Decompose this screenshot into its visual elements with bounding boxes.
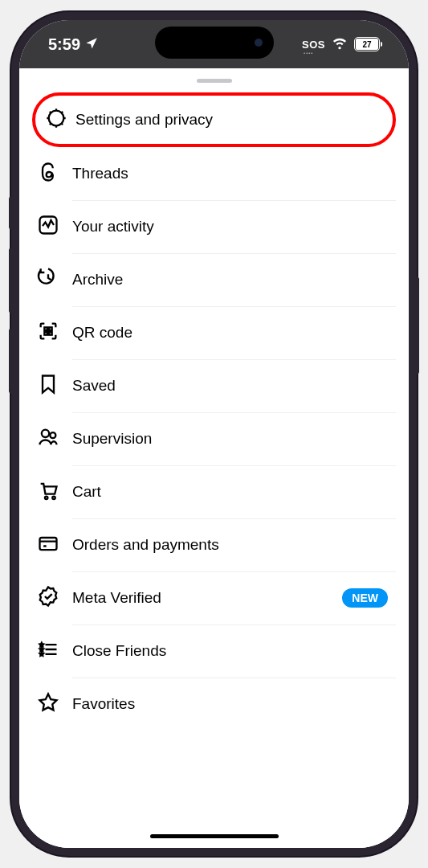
physical-button [9,248,11,313]
menu-label: Your activity [72,218,154,235]
svg-point-7 [50,432,55,438]
menu-label: Orders and payments [72,536,219,554]
menu-item-cart[interactable]: Cart [32,465,396,518]
menu-label: Meta Verified [72,589,161,607]
menu-label: Settings and privacy [75,111,213,129]
close-friends-icon [37,638,59,664]
bookmark-icon [37,373,59,399]
screen: 5:59 SOS 27 [19,20,409,848]
svg-point-8 [45,497,48,500]
physical-button [417,277,419,374]
physical-button [9,329,11,393]
svg-rect-2 [44,327,47,330]
status-left: 5:59 [48,35,99,54]
menu-label: Close Friends [72,642,166,660]
verified-badge-icon [37,585,59,611]
qr-code-icon [37,320,59,346]
status-bar: 5:59 SOS 27 [19,20,409,68]
menu-item-meta-verified[interactable]: Meta Verified NEW [32,571,396,624]
gear-icon [45,107,67,133]
archive-icon [37,267,59,293]
menu-item-threads[interactable]: Threads [32,147,396,200]
svg-point-9 [52,497,55,500]
menu-label: Supervision [72,430,152,448]
dynamic-island [155,27,274,59]
menu-label: QR code [72,324,132,342]
menu-label: Saved [72,377,116,395]
battery-level: 27 [356,39,378,50]
menu-item-favorites[interactable]: Favorites [32,678,396,731]
svg-rect-3 [49,327,51,330]
physical-button [9,197,11,229]
menu-item-your-activity[interactable]: Your activity [32,200,396,253]
status-time: 5:59 [48,35,80,54]
menu-item-archive[interactable]: Archive [32,253,396,306]
home-indicator[interactable] [150,834,279,838]
menu-item-saved[interactable]: Saved [32,359,396,412]
menu-item-settings-and-privacy[interactable]: Settings and privacy [32,92,396,147]
phone-frame: 5:59 SOS 27 [11,12,417,856]
svg-rect-4 [44,332,47,335]
menu-item-qr-code[interactable]: QR code [32,306,396,359]
credit-card-icon [37,532,59,558]
cart-icon [37,479,59,505]
menu-label: Threads [72,165,128,182]
svg-rect-5 [49,332,51,335]
menu-item-orders-and-payments[interactable]: Orders and payments [32,518,396,571]
status-right: SOS 27 [302,35,380,54]
supervision-icon [37,426,59,452]
menu-label: Favorites [72,695,135,713]
activity-icon [37,214,59,240]
menu-list: Settings and privacy Threads Your activi… [19,92,409,848]
battery-icon: 27 [354,37,380,51]
sheet-handle-area[interactable] [19,68,409,92]
menu-item-close-friends[interactable]: Close Friends [32,624,396,678]
svg-point-6 [42,430,49,437]
svg-rect-10 [40,538,57,550]
star-icon [37,691,59,717]
threads-icon [37,161,59,186]
new-badge: NEW [342,588,388,608]
menu-label: Cart [72,483,101,501]
sheet-handle-icon [197,79,232,83]
location-icon [85,35,99,54]
menu-label: Archive [72,271,123,289]
sos-indicator: SOS [302,39,325,51]
wifi-icon [332,35,348,54]
menu-item-supervision[interactable]: Supervision [32,412,396,465]
